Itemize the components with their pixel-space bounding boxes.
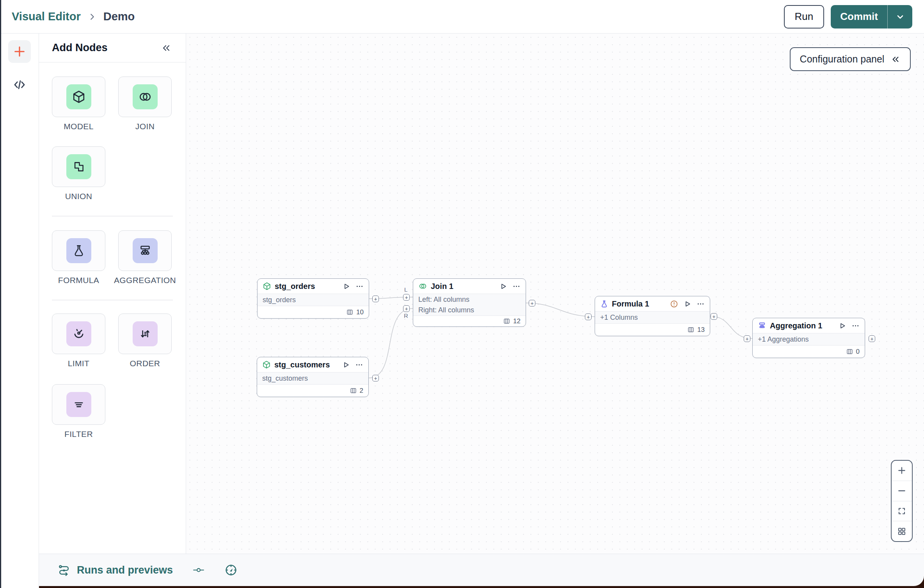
- tile-filter[interactable]: FILTER: [52, 384, 105, 439]
- join-right-port-label: R: [404, 312, 408, 319]
- layout-grid-button[interactable]: [892, 521, 912, 541]
- node-menu-button[interactable]: [355, 361, 363, 369]
- node-aggregation-1[interactable]: Aggregation 1 +1 Aggregations 0: [752, 318, 865, 358]
- flask-icon: [72, 244, 85, 257]
- tile-label: FILTER: [64, 429, 93, 439]
- compass-icon[interactable]: [224, 563, 238, 577]
- ellipsis-icon: [851, 322, 860, 330]
- node-join-1[interactable]: Join 1 Left: All columns Right: All colu…: [413, 278, 526, 327]
- port-stg-customers-output[interactable]: +: [372, 375, 379, 381]
- node-run-button[interactable]: [499, 282, 507, 290]
- runs-and-previews-label[interactable]: Runs and previews: [77, 564, 173, 576]
- pipeline-flow-icon: [57, 564, 71, 576]
- commit-node-icon[interactable]: [191, 565, 206, 576]
- tile-order[interactable]: ORDER: [118, 314, 172, 368]
- gauge-icon: [72, 327, 86, 341]
- node-run-button[interactable]: [838, 322, 846, 330]
- node-menu-button[interactable]: [512, 282, 521, 290]
- column-count: 12: [513, 317, 521, 325]
- ellipsis-icon: [355, 282, 364, 290]
- tile-label: MODEL: [64, 122, 94, 131]
- flow-canvas[interactable]: Configuration panel stg_orders stg_order…: [186, 34, 924, 554]
- runs-and-previews-tab[interactable]: [57, 564, 71, 576]
- columns-icon: [350, 387, 357, 394]
- zoom-in-button[interactable]: [892, 461, 912, 481]
- tile-union[interactable]: UNION: [52, 146, 105, 201]
- bottom-bar: Runs and previews: [39, 554, 924, 586]
- tile-aggregation[interactable]: AGGREGATION: [118, 230, 172, 285]
- chevron-right-icon: [88, 12, 96, 21]
- columns-icon: [503, 317, 510, 325]
- panel-divider: [52, 300, 173, 300]
- node-stg-customers[interactable]: stg_customers stg_customers 2: [257, 357, 369, 397]
- port-aggregation-output[interactable]: +: [869, 335, 875, 342]
- filter-lines-icon: [72, 398, 85, 411]
- port-join-left-input[interactable]: +: [403, 294, 410, 301]
- port-join-output[interactable]: +: [529, 300, 535, 306]
- canvas-zoom-controls: [891, 460, 913, 542]
- add-node-rail-button[interactable]: [8, 40, 31, 63]
- columns-icon: [346, 308, 354, 316]
- tile-label: ORDER: [130, 359, 160, 368]
- tile-limit[interactable]: LIMIT: [52, 314, 105, 368]
- visual-editor-app: Visual Editor Demo Run Commit Add: [0, 0, 924, 588]
- minus-icon: [897, 486, 907, 496]
- aggregation-icon: [138, 244, 152, 258]
- ellipsis-icon: [512, 282, 521, 290]
- model-cube-icon: [263, 282, 271, 290]
- aggregation-summary: +1 Aggregations: [758, 334, 860, 344]
- fit-view-button[interactable]: [892, 501, 912, 521]
- zoom-out-button[interactable]: [892, 481, 912, 501]
- node-menu-button[interactable]: [851, 322, 860, 330]
- node-menu-button[interactable]: [697, 300, 705, 308]
- node-run-button[interactable]: [342, 282, 350, 290]
- port-aggregation-input[interactable]: +: [744, 335, 750, 342]
- left-icon-rail: [0, 34, 39, 588]
- add-nodes-title: Add Nodes: [52, 42, 108, 54]
- configuration-panel-label: Configuration panel: [800, 53, 885, 65]
- node-title: Join 1: [431, 282, 496, 291]
- sort-arrows-icon: [139, 327, 152, 340]
- columns-icon: [846, 348, 853, 355]
- join-circles-icon: [418, 282, 427, 290]
- node-run-button[interactable]: [342, 361, 350, 369]
- join-right-config: Right: All columns: [418, 305, 521, 315]
- window-edge: [0, 0, 1, 588]
- breadcrumb-visual-editor-link[interactable]: Visual Editor: [12, 10, 81, 23]
- warning-icon: [670, 300, 678, 308]
- port-join-right-input[interactable]: +: [403, 305, 410, 312]
- tile-join[interactable]: JOIN: [118, 77, 172, 131]
- commit-dropdown-button[interactable]: [887, 5, 912, 29]
- play-icon: [342, 282, 350, 290]
- play-icon: [342, 361, 350, 369]
- window-bottom-edge: Runs and previews: [39, 554, 924, 588]
- tile-formula[interactable]: FORMULA: [52, 230, 105, 285]
- node-stg-orders[interactable]: stg_orders stg_orders 10: [257, 278, 369, 319]
- node-run-button[interactable]: [683, 300, 691, 308]
- fullscreen-icon: [897, 506, 906, 516]
- cube-icon: [72, 90, 86, 104]
- commit-button[interactable]: Commit: [831, 5, 887, 29]
- node-title: stg_orders: [275, 282, 339, 291]
- code-view-rail-button[interactable]: [8, 77, 31, 93]
- tile-model[interactable]: MODEL: [52, 77, 105, 131]
- node-menu-button[interactable]: [355, 282, 364, 290]
- node-title: Formula 1: [612, 299, 666, 308]
- node-title: stg_customers: [274, 360, 338, 369]
- run-button[interactable]: Run: [784, 5, 824, 29]
- plus-icon: [897, 465, 907, 476]
- port-formula-output[interactable]: +: [711, 313, 717, 320]
- commit-split-button: Commit: [831, 5, 912, 29]
- ellipsis-icon: [697, 300, 705, 308]
- tile-label: FORMULA: [58, 276, 99, 285]
- collapse-panel-button[interactable]: [161, 43, 172, 53]
- breadcrumb-current-page: Demo: [103, 10, 135, 23]
- port-stg-orders-output[interactable]: +: [372, 296, 379, 302]
- plus-icon: [13, 45, 26, 58]
- port-formula-input[interactable]: +: [585, 314, 592, 320]
- node-formula-1[interactable]: Formula 1 +1 Columns 13: [595, 296, 710, 336]
- column-count: 2: [360, 387, 363, 395]
- configuration-panel-toggle[interactable]: Configuration panel: [790, 47, 911, 71]
- formula-summary: +1 Columns: [600, 312, 705, 323]
- tile-label: LIMIT: [68, 359, 90, 368]
